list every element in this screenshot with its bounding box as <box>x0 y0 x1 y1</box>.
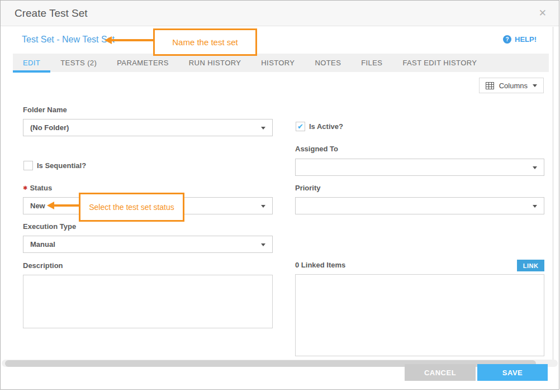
checkbox-checked-icon: ✔ <box>296 122 305 131</box>
chevron-down-icon <box>261 205 265 208</box>
tab-files[interactable]: FILES <box>351 54 392 72</box>
priority-label: Priority <box>295 184 321 192</box>
execution-type-label: Execution Type <box>23 222 76 231</box>
required-icon: ✱ <box>23 185 27 191</box>
save-button[interactable]: SAVE <box>477 364 548 381</box>
chevron-down-icon <box>261 243 265 246</box>
linked-items-box[interactable] <box>295 274 544 356</box>
status-label: ✱Status <box>23 184 52 192</box>
cancel-button[interactable]: CANCEL <box>405 364 476 381</box>
folder-name-label: Folder Name <box>23 106 67 114</box>
description-textarea[interactable] <box>23 275 273 328</box>
columns-button[interactable]: Columns <box>479 78 544 93</box>
breadcrumb[interactable]: Test Set - New Test Set <box>22 35 115 45</box>
content-scroll-gutter <box>553 27 553 360</box>
help-icon: ? <box>503 35 511 44</box>
tab-history[interactable]: HISTORY <box>251 54 305 72</box>
assigned-to-dropdown[interactable] <box>295 159 544 176</box>
folder-name-dropdown[interactable]: (No Folder) <box>23 119 273 136</box>
arrow-left-icon <box>111 39 154 41</box>
annotation-text: Select the test set status <box>89 203 174 212</box>
tab-fast-edit-history[interactable]: FAST EDIT HISTORY <box>392 54 487 72</box>
help-link[interactable]: ? HELP! <box>503 35 537 44</box>
arrow-left-icon <box>105 36 112 44</box>
link-button[interactable]: LINK <box>517 260 544 271</box>
annotation-select-status: Select the test set status <box>79 193 184 222</box>
tab-parameters[interactable]: PARAMETERS <box>107 54 179 72</box>
help-label: HELP! <box>515 35 537 44</box>
columns-grid-icon <box>486 82 494 89</box>
tab-tests[interactable]: TESTS (2) <box>50 54 107 72</box>
chevron-down-icon <box>533 205 537 208</box>
is-sequential-checkbox[interactable]: Is Sequential? <box>23 161 86 170</box>
tab-bar: EDIT TESTS (2) PARAMETERS RUN HISTORY HI… <box>13 54 549 72</box>
chevron-down-icon <box>533 166 537 169</box>
dialog-titlebar: Create Test Set ✕ <box>1 1 559 26</box>
assigned-to-label: Assigned To <box>295 145 338 153</box>
status-value: New <box>30 202 45 210</box>
tab-run-history[interactable]: RUN HISTORY <box>179 54 251 72</box>
chevron-down-icon <box>533 84 537 87</box>
annotation-text: Name the test set <box>172 37 238 47</box>
arrow-left-icon <box>47 202 54 209</box>
description-label: Description <box>23 261 63 270</box>
execution-type-value: Manual <box>30 240 55 248</box>
chevron-down-icon <box>261 127 265 130</box>
tab-notes[interactable]: NOTES <box>305 54 351 72</box>
close-icon[interactable]: ✕ <box>539 7 547 19</box>
columns-label: Columns <box>499 82 528 90</box>
is-active-label: Is Active? <box>309 122 343 131</box>
priority-dropdown[interactable] <box>295 197 544 214</box>
execution-type-dropdown[interactable]: Manual <box>23 236 273 253</box>
annotation-name-test-set: Name the test set <box>153 28 257 56</box>
folder-name-value: (No Folder) <box>30 123 69 132</box>
is-active-checkbox[interactable]: ✔ Is Active? <box>296 122 343 131</box>
create-test-set-dialog: Create Test Set ✕ Test Set - New Test Se… <box>0 0 559 390</box>
tab-edit[interactable]: EDIT <box>13 54 50 72</box>
is-sequential-label: Is Sequential? <box>37 161 86 170</box>
checkbox-unchecked-icon <box>23 161 33 170</box>
linked-items-label: 0 Linked Items <box>295 261 345 269</box>
arrow-left-icon <box>54 204 79 207</box>
dialog-title: Create Test Set <box>15 7 88 20</box>
